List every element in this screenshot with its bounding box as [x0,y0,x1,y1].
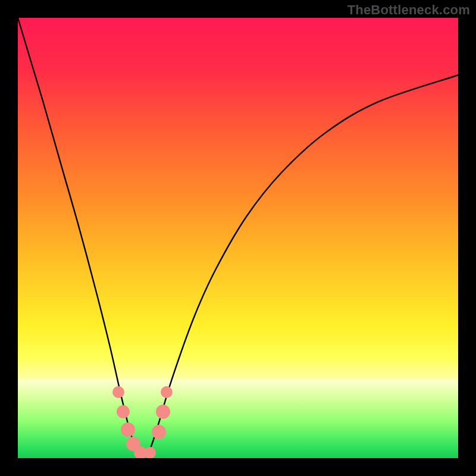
chart-frame: TheBottleneck.com [0,0,476,476]
data-marker [117,405,130,418]
bottleneck-curve [18,18,458,456]
plot-area [18,18,458,458]
data-marker [156,405,170,419]
data-marker [152,425,166,439]
watermark-text: TheBottleneck.com [347,2,470,18]
data-marker [161,386,173,398]
data-marker [144,447,156,458]
data-marker [121,422,135,437]
curve-layer [18,18,458,458]
data-marker [112,386,124,398]
